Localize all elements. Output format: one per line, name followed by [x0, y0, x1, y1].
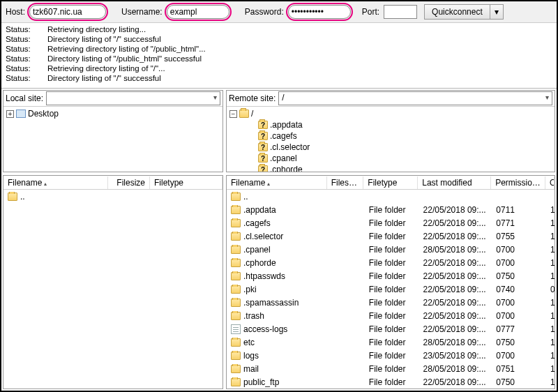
lastmodified: 22/05/2018 09:... [419, 232, 492, 241]
permissions: 0750 [492, 338, 546, 347]
collapse-icon[interactable]: − [229, 110, 237, 118]
folder-icon [231, 352, 241, 360]
list-item[interactable]: .pkiFile folder22/05/2018 09:...07400 0 [227, 282, 555, 296]
list-item[interactable]: .appdataFile folder22/05/2018 09:...0711… [227, 203, 555, 216]
col-filename[interactable]: Filename [227, 176, 327, 189]
filetype: File folder [365, 324, 419, 334]
status-msg: Retrieving directory listing of "/public… [47, 44, 206, 54]
owner: 1831 99 [546, 271, 555, 281]
list-item[interactable]: .spamassassinFile folder22/05/2018 09:..… [227, 296, 555, 309]
filetype: File folder [365, 298, 419, 308]
remote-tree-item[interactable]: .cpanel [270, 153, 297, 164]
desktop-icon [16, 110, 26, 118]
permissions: 0750 [492, 271, 546, 281]
owner: 0 0 [546, 285, 555, 294]
owner: 1831 1832 [546, 311, 555, 321]
col-lastmodified[interactable]: Last modified [418, 176, 491, 189]
remote-tree-item[interactable]: .appdata [270, 119, 303, 130]
list-item[interactable]: .. [227, 190, 555, 203]
file-icon [231, 324, 241, 334]
filetype: File folder [365, 245, 419, 255]
lastmodified: 22/05/2018 09:... [419, 218, 492, 228]
col-filesize[interactable]: Filesize [327, 176, 364, 189]
col-filetype[interactable]: Filetype [363, 176, 418, 189]
status-msg: Retrieving directory listing of "/"... [47, 63, 165, 73]
owner: 1831 1832 [546, 218, 555, 228]
list-item[interactable]: logsFile folder23/05/2018 09:...07001831… [227, 349, 555, 362]
filetype: File folder [365, 364, 419, 374]
local-tree-item[interactable]: Desktop [28, 108, 59, 119]
list-item[interactable]: .htpasswdsFile folder22/05/2018 09:...07… [227, 269, 555, 282]
remote-tree-item[interactable]: .cagefs [270, 130, 297, 142]
col-filesize[interactable]: Filesize [108, 176, 150, 189]
quickconnect-dropdown[interactable]: ▾ [490, 4, 504, 20]
folder-icon [231, 272, 241, 280]
permissions: 0740 [492, 285, 546, 294]
folder-icon [231, 219, 241, 227]
list-item[interactable]: .cl.selectorFile folder22/05/2018 09:...… [227, 229, 555, 243]
col-owner[interactable]: Owner/Gro [545, 176, 555, 189]
owner: 1831 1832 [546, 351, 555, 361]
unknown-folder-icon [258, 143, 268, 151]
remote-rows[interactable]: ...appdataFile folder22/05/2018 09:...07… [227, 190, 555, 389]
password-input[interactable] [288, 5, 351, 19]
remote-columns[interactable]: Filename Filesize Filetype Last modified… [227, 176, 555, 190]
permissions: 0777 [492, 324, 546, 334]
owner: 1831 1832 [546, 364, 555, 374]
folder-icon [231, 338, 241, 347]
folder-icon [231, 206, 241, 214]
port-input[interactable] [384, 5, 417, 19]
lastmodified: 28/05/2018 09:... [419, 338, 492, 347]
list-item[interactable]: public_ftpFile folder22/05/2018 09:...07… [227, 375, 555, 389]
local-site-combo[interactable] [46, 91, 220, 105]
filename: .. [243, 192, 248, 202]
folder-icon [231, 378, 241, 386]
permissions: 0700 [492, 311, 546, 321]
col-permissions[interactable]: Permissions [491, 176, 545, 189]
status-key: Status: [6, 63, 35, 73]
filename: .cagefs [243, 218, 271, 228]
remote-tree[interactable]: −/.appdata.cagefs.cl.selector.cpanel.cph… [227, 107, 555, 172]
host-input[interactable] [29, 5, 106, 19]
folder-icon [231, 285, 241, 294]
filetype: File folder [365, 338, 419, 347]
list-item[interactable]: mailFile folder28/05/2018 09:...07511831… [227, 362, 555, 375]
list-item[interactable]: .cagefsFile folder22/05/2018 09:...07711… [227, 216, 555, 229]
filename: .cl.selector [243, 232, 283, 241]
local-rows[interactable]: .. [3, 190, 223, 389]
filetype: File folder [365, 271, 419, 281]
remote-tree-root[interactable]: / [251, 108, 253, 119]
list-item[interactable]: .. [3, 190, 223, 203]
list-item[interactable]: etcFile folder28/05/2018 09:...07501831 … [227, 336, 555, 349]
remote-tree-item[interactable]: .cl.selector [270, 142, 310, 153]
quickconnect-button[interactable]: Quickconnect [424, 4, 490, 20]
filename: mail [243, 364, 259, 374]
list-item[interactable]: .trashFile folder22/05/2018 09:...070018… [227, 309, 555, 322]
local-tree[interactable]: + Desktop [3, 107, 223, 172]
col-filetype[interactable]: Filetype [150, 176, 223, 189]
status-key: Status: [6, 54, 35, 63]
unknown-folder-icon [258, 132, 268, 140]
list-item[interactable]: access-logsFile folder22/05/2018 09:...0… [227, 322, 555, 336]
remote-tree-pane: Remote site: / −/.appdata.cagefs.cl.sele… [226, 90, 555, 172]
permissions: 0755 [492, 232, 546, 241]
filename: .appdata [243, 205, 276, 215]
status-key: Status: [6, 44, 35, 54]
lastmodified: 22/05/2018 09:... [419, 285, 492, 294]
status-msg: Directory listing of "/public_html" succ… [47, 54, 202, 63]
remote-site-label: Remote site: [229, 93, 276, 103]
local-columns[interactable]: Filename Filesize Filetype [3, 176, 223, 190]
expand-icon[interactable]: + [6, 110, 14, 118]
remote-site-combo[interactable]: / [278, 91, 552, 105]
folder-icon [231, 232, 241, 241]
folder-icon [239, 110, 249, 118]
permissions: 0700 [492, 351, 546, 361]
filename: logs [243, 351, 259, 361]
remote-tree-item[interactable]: .cphorde [270, 164, 303, 172]
unknown-folder-icon [258, 121, 268, 129]
list-item[interactable]: .cphordeFile folder22/05/2018 09:...0700… [227, 256, 555, 269]
remote-file-list: Filename Filesize Filetype Last modified… [226, 175, 555, 389]
username-input[interactable] [167, 5, 229, 19]
list-item[interactable]: .cpanelFile folder28/05/2018 09:...07001… [227, 243, 555, 256]
col-filename[interactable]: Filename [3, 176, 108, 189]
